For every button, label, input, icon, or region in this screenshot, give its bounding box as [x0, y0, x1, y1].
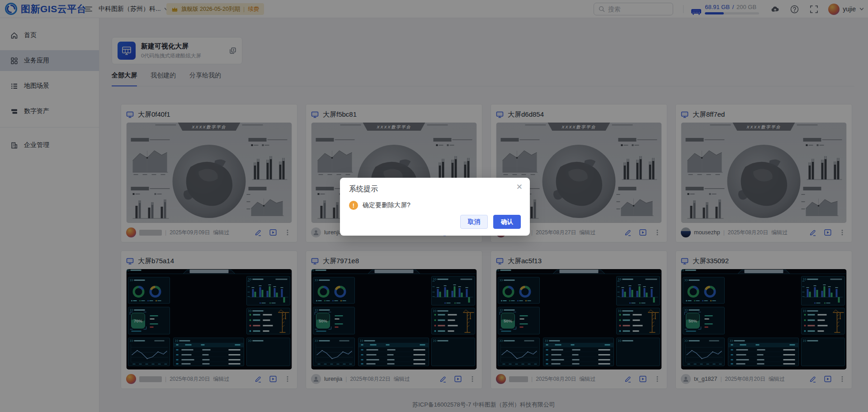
dialog-message: 确定要删除大屏?	[363, 201, 410, 209]
confirm-dialog: 系统提示 ✕ ! 确定要删除大屏? 取消 确认	[340, 178, 530, 236]
confirm-button[interactable]: 确认	[493, 215, 521, 229]
app-window: 图新GIS云平台 中科图新（苏州）科... 旗舰版 2026-05-20到期 |…	[0, 0, 868, 412]
warning-icon: !	[349, 201, 358, 210]
cancel-button[interactable]: 取消	[460, 215, 488, 229]
close-icon[interactable]: ✕	[516, 183, 523, 191]
dialog-title: 系统提示	[349, 185, 521, 194]
